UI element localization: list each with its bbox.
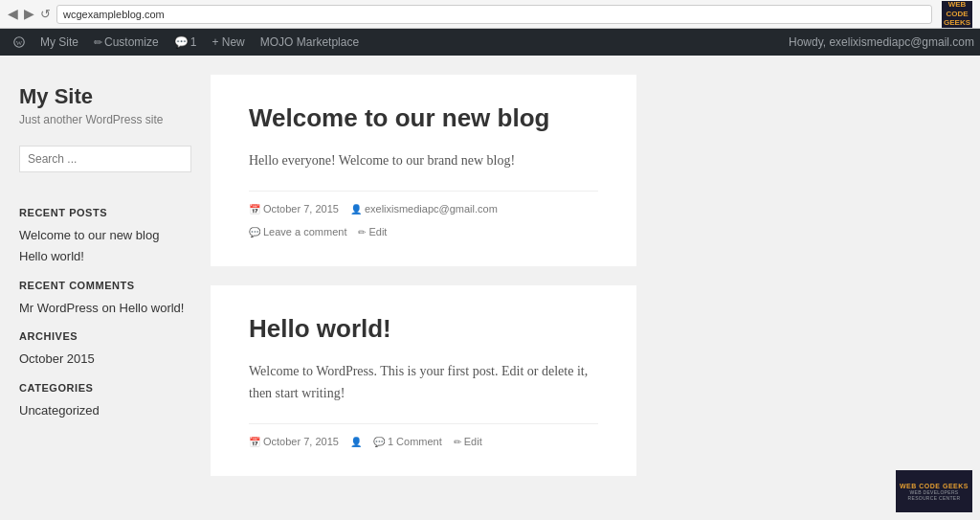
comment-author-link[interactable]: Mr WordPress (19, 301, 99, 315)
post-content-2: Welcome to WordPress. This is your first… (249, 361, 598, 404)
search-input[interactable] (19, 146, 191, 172)
mojo-button[interactable]: MOJO Marketplace (253, 29, 367, 56)
post-date-1: 📅 October 7, 2015 (249, 203, 339, 215)
edit-icon-1: ✏ (358, 227, 366, 237)
comment-icon-1: 💬 (249, 227, 260, 237)
howdy-text: Howdy, exelixismediapc@gmail.com (789, 35, 974, 49)
svg-text:W: W (16, 39, 23, 46)
list-item: Welcome to our new blog (19, 228, 191, 243)
browser-bar: ◀ ▶ ↺ wcgexampleblog.com WEBCODEGEEKS (0, 0, 980, 29)
post-content-1: Hello everyone! Welcome to our brand new… (249, 150, 598, 171)
archives-title: ARCHIVES (19, 330, 191, 342)
user-icon-2: 👤 (350, 437, 362, 447)
post-title-2: Hello world! (249, 314, 598, 344)
categories-list: Uncategorized (19, 403, 191, 418)
post-title-link-2[interactable]: Hello world! (249, 314, 391, 343)
post-author-link-1[interactable]: exelixismediapc@gmail.com (365, 203, 498, 215)
customize-label: Customize (104, 35, 159, 49)
recent-post-link-1[interactable]: Welcome to our new blog (19, 228, 159, 242)
list-item: Uncategorized (19, 403, 191, 418)
calendar-icon-2: 📅 (249, 437, 260, 447)
sidebar: My Site Just another WordPress site RECE… (0, 56, 211, 520)
recent-post-link-2[interactable]: Hello world! (19, 249, 84, 263)
post-author-1: 👤 exelixismediapc@gmail.com (350, 203, 498, 215)
comment-icon-2: 💬 (373, 437, 385, 447)
reload-button[interactable]: ↺ (40, 7, 51, 22)
recent-posts-title: RECENT POSTS (19, 207, 191, 218)
post-title-link-1[interactable]: Welcome to our new blog (249, 103, 549, 132)
customize-button[interactable]: ✏ Customize (86, 29, 167, 56)
recent-comments-title: RECENT COMMENTS (19, 280, 191, 291)
forward-button[interactable]: ▶ (24, 6, 34, 22)
comment-link-1[interactable]: Leave a comment (263, 226, 346, 237)
post-comment-1: 💬 Leave a comment (249, 226, 346, 237)
categories-title: CATEGORIES (19, 382, 191, 394)
category-link-1[interactable]: Uncategorized (19, 403, 100, 418)
edit-link-1[interactable]: Edit (368, 226, 387, 237)
post-author-2: 👤 (350, 437, 362, 447)
url-text: wcgexampleblog.com (63, 9, 165, 20)
wcg-footer-logo: WEB CODE GEEKS WEB DEVELOPERS RESOURCE C… (896, 470, 972, 512)
page: My Site Just another WordPress site RECE… (0, 56, 980, 520)
comment-count: 1 (190, 35, 197, 49)
new-button[interactable]: + New (204, 29, 252, 56)
edit-link-2[interactable]: Edit (464, 436, 482, 447)
comment-post-link[interactable]: Hello world! (120, 301, 185, 315)
comment-on-text: on (101, 301, 115, 315)
post-meta-1: 📅 October 7, 2015 👤 exelixismediapc@gmai… (249, 191, 598, 237)
user-icon: 👤 (350, 204, 362, 215)
recent-posts-list: Welcome to our new blog Hello world! (19, 228, 191, 264)
list-item: October 2015 (19, 351, 191, 367)
my-site-button[interactable]: My Site (33, 29, 86, 56)
post-comment-2: 💬 1 Comment (373, 436, 442, 447)
recent-comment-item: Mr WordPress on Hello world! (19, 301, 191, 315)
my-site-label: My Site (40, 35, 78, 49)
archive-link-1[interactable]: October 2015 (19, 351, 95, 366)
archives-list: October 2015 (19, 351, 191, 367)
post-card-2: Hello world! Welcome to WordPress. This … (211, 285, 636, 476)
back-button[interactable]: ◀ (8, 6, 18, 22)
calendar-icon: 📅 (249, 204, 260, 215)
comment-count-button[interactable]: 💬 1 (167, 29, 205, 56)
comment-link-2[interactable]: 1 Comment (388, 436, 442, 447)
post-date-2: 📅 October 7, 2015 (249, 436, 339, 447)
new-label: + New (212, 35, 244, 49)
wcg-logo-sub: WEB DEVELOPERS RESOURCE CENTER (900, 489, 969, 501)
admin-bar: W My Site ✏ Customize 💬 1 + New MOJO Mar… (0, 29, 980, 56)
post-title-1: Welcome to our new blog (249, 103, 598, 133)
wcg-logo-text: WEB CODE GEEKS (900, 483, 969, 489)
mojo-label: MOJO Marketplace (260, 35, 359, 49)
post-meta-2: 📅 October 7, 2015 👤 💬 1 Comment ✏ Edit (249, 423, 598, 447)
wcg-header-logo: WEBCODEGEEKS (942, 1, 972, 28)
main-content: Welcome to our new blog Hello everyone! … (211, 56, 980, 520)
post-edit-2: ✏ Edit (454, 436, 482, 447)
address-bar[interactable]: wcgexampleblog.com (56, 5, 932, 24)
site-title: My Site (19, 84, 191, 109)
list-item: Hello world! (19, 249, 191, 264)
post-edit-1: ✏ Edit (358, 226, 387, 237)
edit-icon-2: ✏ (454, 437, 461, 447)
wp-logo-button[interactable]: W (6, 29, 33, 56)
post-card-1: Welcome to our new blog Hello everyone! … (211, 75, 636, 266)
site-tagline: Just another WordPress site (19, 113, 191, 126)
